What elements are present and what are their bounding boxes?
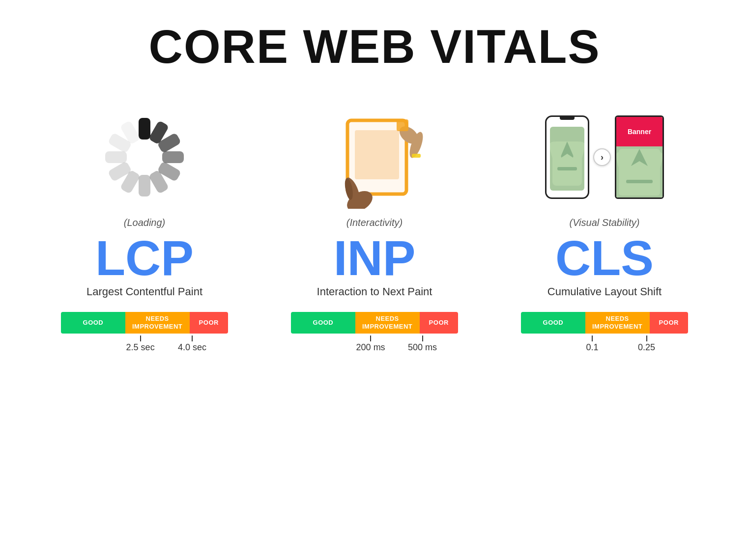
inp-marker-2: 500 ms: [408, 336, 437, 353]
cls-layout-shift-icon: › Banner: [531, 108, 678, 206]
cls-good: GOOD: [521, 312, 585, 334]
banner-label: Banner: [616, 117, 663, 146]
cls-marker-2-line: [646, 336, 647, 341]
page-title: CORE WEB VITALS: [149, 20, 601, 74]
inp-good-label: GOOD: [313, 319, 334, 327]
lcp-needs: NEEDSIMPROVEMENT: [125, 312, 190, 334]
cls-good-label: GOOD: [543, 319, 564, 327]
vital-card-inp: (Interactivity) INP Interaction to Next …: [281, 103, 468, 350]
svg-rect-0: [139, 118, 150, 140]
cls-icon-area: › Banner: [531, 103, 678, 211]
inp-poor: POOR: [420, 312, 458, 334]
cls-marker-1-line: [592, 336, 593, 341]
svg-rect-9: [105, 151, 127, 163]
inp-good: GOOD: [291, 312, 355, 334]
phone-notch: [560, 117, 575, 120]
lcp-marker-1-text: 2.5 sec: [126, 342, 155, 353]
touch-icon: [320, 106, 429, 209]
inp-scale-bar: GOOD NEEDSIMPROVEMENT POOR: [291, 312, 458, 334]
cls-scale: GOOD NEEDSIMPROVEMENT POOR 0.1 0.25: [521, 312, 688, 350]
inp-icon-area: [311, 103, 438, 211]
lcp-markers: 2.5 sec 4.0 sec: [61, 336, 228, 350]
lcp-good-label: GOOD: [83, 319, 104, 327]
inp-acronym: INP: [334, 233, 416, 282]
inp-marker-1-text: 200 ms: [356, 342, 385, 353]
cls-poor: POOR: [650, 312, 688, 334]
inp-marker-1-line: [370, 336, 371, 341]
lcp-needs-label: NEEDSIMPROVEMENT: [132, 315, 182, 330]
lcp-marker-1: 2.5 sec: [126, 336, 155, 353]
cloth-small-image: [616, 146, 663, 197]
inp-scale: GOOD NEEDSIMPROVEMENT POOR 200 ms 500 ms: [291, 312, 458, 350]
inp-marker-1: 200 ms: [356, 336, 385, 353]
inp-marker-2-text: 500 ms: [408, 342, 437, 353]
vitals-container: (Loading) LCP Largest Contentful Paint G…: [29, 103, 720, 350]
svg-rect-19: [412, 154, 421, 158]
inp-poor-label: POOR: [429, 319, 449, 327]
lcp-marker-2-line: [192, 336, 193, 341]
cls-marker-1-text: 0.1: [586, 342, 599, 353]
cls-acronym: CLS: [555, 233, 654, 282]
lcp-good: GOOD: [61, 312, 125, 334]
svg-rect-3: [162, 151, 184, 163]
lcp-marker-2: 4.0 sec: [178, 336, 206, 353]
inp-name: Interaction to Next Paint: [317, 285, 432, 298]
cls-marker-1: 0.1: [586, 336, 599, 353]
inp-marker-2-line: [422, 336, 423, 341]
phone-cloth-image: [550, 127, 584, 191]
lcp-poor: POOR: [190, 312, 228, 334]
lcp-poor-label: POOR: [199, 319, 219, 327]
cls-scale-bar: GOOD NEEDSIMPROVEMENT POOR: [521, 312, 688, 334]
svg-rect-30: [626, 180, 653, 183]
inp-markers: 200 ms 500 ms: [291, 336, 458, 350]
lcp-acronym: LCP: [95, 233, 194, 282]
inp-needs: NEEDSIMPROVEMENT: [355, 312, 420, 334]
phone-before: [545, 115, 589, 199]
svg-rect-25: [557, 167, 577, 170]
lcp-marker-1-line: [140, 336, 141, 341]
loading-spinner-icon: [95, 108, 194, 206]
svg-rect-20: [397, 119, 408, 131]
svg-rect-6: [139, 175, 150, 196]
shifted-panel: Banner: [615, 115, 664, 199]
cls-name: Cumulative Layout Shift: [547, 285, 662, 298]
forward-arrow: ›: [593, 148, 611, 166]
cls-markers: 0.1 0.25: [521, 336, 688, 350]
cls-needs: NEEDSIMPROVEMENT: [585, 312, 650, 334]
lcp-marker-2-text: 4.0 sec: [178, 342, 206, 353]
inp-subtitle: (Interactivity): [346, 217, 403, 228]
lcp-name: Largest Contentful Paint: [86, 285, 202, 298]
cls-marker-2: 0.25: [638, 336, 655, 353]
lcp-subtitle: (Loading): [124, 217, 166, 228]
vital-card-cls: › Banner: [511, 103, 698, 350]
cls-needs-label: NEEDSIMPROVEMENT: [592, 315, 642, 330]
lcp-icon-area: [81, 103, 208, 211]
cls-marker-2-text: 0.25: [638, 342, 655, 353]
cls-poor-label: POOR: [659, 319, 679, 327]
svg-rect-13: [355, 130, 399, 179]
cls-subtitle: (Visual Stability): [569, 217, 639, 228]
lcp-scale-bar: GOOD NEEDSIMPROVEMENT POOR: [61, 312, 228, 334]
inp-needs-label: NEEDSIMPROVEMENT: [362, 315, 412, 330]
vital-card-lcp: (Loading) LCP Largest Contentful Paint G…: [51, 103, 238, 350]
lcp-scale: GOOD NEEDSIMPROVEMENT POOR 2.5 sec 4.0 s…: [61, 312, 228, 350]
cls-icon-inner: › Banner: [545, 115, 664, 199]
